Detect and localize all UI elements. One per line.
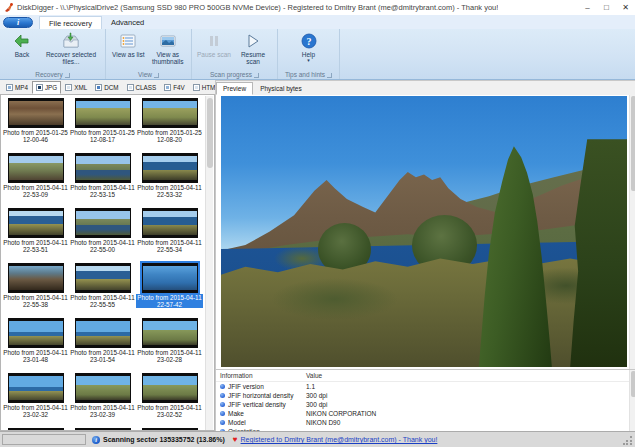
thumbnail-item[interactable]: Photo from 2015-01-2512-08-17 [69,96,136,151]
preview-area [216,95,635,369]
filetype-tab-class[interactable]: CLASS [123,81,161,94]
info-scrollbar[interactable] [629,370,635,432]
filetype-tab-dcm[interactable]: DCM [91,81,122,94]
preview-image [221,96,627,367]
thumbnail-caption: Photo from 2015-04-1122-53-32 [136,184,203,198]
preview-tab-preview[interactable]: Preview [216,82,253,95]
exif-info-panel: Information Value JFIF version1.1JFIF ho… [216,369,635,432]
dialog-launcher-icon[interactable] [254,73,259,78]
ribbon-group-view: View as list View as thumbnails View [106,29,192,79]
view-as-thumbnails-button[interactable]: View as thumbnails [148,31,188,67]
thumbnail-item[interactable]: Photo from 2015-04-1123-01-48 [2,316,69,371]
dialog-launcher-icon[interactable] [65,73,70,78]
ribbon-tab-advanced[interactable]: Advanced [102,16,153,29]
scrollbar-thumb[interactable] [207,98,213,168]
thumbnail-image [142,373,198,403]
filetype-tab-strip: MP4JPGXMLDCMCLASSF4VHTML [0,80,215,94]
thumbnail-item[interactable]: Photo from 2015-04-1123-01-54 [69,316,136,371]
thumbnail-scrollbar[interactable] [205,96,213,431]
thumbnail-list: Photo from 2015-01-2512-00-46Photo from … [0,94,215,431]
info-bullet-icon [220,420,225,425]
scrollbar-thumb[interactable] [631,371,635,397]
thumbnail-caption: Photo from 2015-04-1123-01-54 [69,349,136,363]
recover-selected-files-button[interactable]: Recover selected files... [41,31,101,67]
thumbnail-item[interactable]: Photo from 2015-01-2512-00-46 [2,96,69,151]
filetype-tab-jpg[interactable]: JPG [32,81,61,94]
thumbnail-caption: Photo from 2015-04-1122-55-34 [136,239,203,253]
thumbnail-item[interactable]: Photo from 2015-04-1123-02-52 [136,371,203,426]
help-button[interactable]: ? Help ▾ [292,31,326,67]
filetype-tab-f4v[interactable]: F4V [160,81,189,94]
status-bar: i Scanning sector 135335752 (13.86%) ♥ R… [0,431,635,447]
resize-grip-icon[interactable] [623,435,633,445]
pause-icon [205,32,223,50]
thumbnail-image [75,153,131,183]
filetype-tab-mp4[interactable]: MP4 [2,81,32,94]
xml-file-icon [65,84,72,91]
thumbnail-grid: Photo from 2015-01-2512-00-46Photo from … [2,96,206,431]
thumbnail-item[interactable]: Photo from 2015-04-1122-53-32 [136,151,203,206]
thumbnail-caption: Photo from 2015-04-1122-57-42 [136,294,203,308]
diskdigger-app-icon [4,3,13,12]
info-bullet-icon [220,402,225,407]
thumbnail-item[interactable]: Photo from 2015-04-1122-53-15 [69,151,136,206]
registered-link[interactable]: Registered to Dmitry Brant (me@dmitrybra… [241,436,438,443]
pause-scan-button[interactable]: Pause scan [195,31,233,67]
thumbnail-caption: Photo from 2015-04-1122-55-55 [69,294,136,308]
thumbnail-item[interactable]: Photo from 2015-04-1122-55-34 [136,206,203,261]
preview-scrollbar[interactable] [629,95,635,369]
help-icon: ? [300,32,318,50]
exif-info-rows: JFIF version1.1JFIF horizontal density30… [216,382,635,432]
thumbnail-item[interactable]: Photo from 2015-04-1122-55-55 [69,261,136,316]
thumbnail-item[interactable]: Photo from 2015-04-1122-53-51 [2,206,69,261]
heart-icon: ♥ [233,436,238,444]
thumbnail-item[interactable]: Photo from 2015-04-1122-57-42 [136,261,203,316]
thumbnail-item[interactable]: Photo from 2015-04-1123-02-32 [2,371,69,426]
thumbnail-image [8,373,64,403]
thumbnail-caption: Photo from 2015-01-2512-08-20 [136,129,203,143]
dialog-launcher-icon[interactable] [327,73,332,78]
recover-files-icon [62,32,80,50]
thumbnail-item[interactable]: Photo from 2015-01-2512-08-20 [136,96,203,151]
view-as-list-button[interactable]: View as list [109,31,148,67]
thumbnail-image [142,318,198,348]
thumbnail-caption: Photo from 2015-04-1122-53-51 [2,239,69,253]
filetype-tab-xml[interactable]: XML [61,81,91,94]
thumbnail-item[interactable]: Photo from 2015-04-1122-53-09 [2,151,69,206]
thumbnail-caption: Photo from 2015-04-1122-53-15 [69,184,136,198]
thumbnail-item[interactable]: Photo from 2015-04-1122-55-00 [69,206,136,261]
thumbnail-caption: Photo from 2015-04-1122-55-00 [69,239,136,253]
dialog-launcher-icon[interactable] [154,73,159,78]
thumbnail-view-icon [159,32,177,50]
jpg-file-icon [36,84,43,91]
thumbnail-image [8,153,64,183]
thumbnail-item[interactable]: Photo from 2015-04-1123-02-28 [136,316,203,371]
info-row: JFIF version1.1 [216,382,635,391]
preview-tab-physical-bytes[interactable]: Physical bytes [253,82,309,95]
resume-scan-button[interactable]: Resume scan [233,31,273,67]
back-button[interactable]: Back [3,31,41,67]
results-pane: MP4JPGXMLDCMCLASSF4VHTML Photo from 2015… [0,80,215,431]
close-button[interactable]: ✕ [616,0,635,15]
value-column-header: Value [306,372,322,379]
thumbnail-item[interactable]: Photo from 2015-04-1123-02-39 [69,371,136,426]
thumbnail-image [75,373,131,403]
thumbnail-image [75,208,131,238]
app-menu-button[interactable]: i [3,17,33,28]
ribbon-group-scan-progress: Pause scan Resume scan Scan progress [192,29,278,79]
group-label-recovery: Recovery [35,71,62,78]
thumbnail-item[interactable]: Photo from 2015-04-1122-55-38 [2,261,69,316]
ribbon: Back Recover selected files... Recovery [0,29,635,80]
scrollbar-thumb[interactable] [631,96,635,191]
maximize-button[interactable]: □ [597,0,616,15]
title-bar: DiskDigger - \\.\PhysicalDrive2 (Samsung… [0,0,635,15]
thumbnail-caption: Photo from 2015-04-1123-02-52 [136,404,203,418]
thumbnail-image [142,263,198,293]
dropdown-caret-icon: ▾ [307,58,310,62]
window-title: DiskDigger - \\.\PhysicalDrive2 (Samsung… [17,3,498,12]
f4v-file-icon [164,84,171,91]
minimize-button[interactable]: – [578,0,597,15]
thumbnail-image [8,318,64,348]
resume-play-icon [244,32,262,50]
ribbon-tab-file-recovery[interactable]: File recovery [39,16,102,29]
